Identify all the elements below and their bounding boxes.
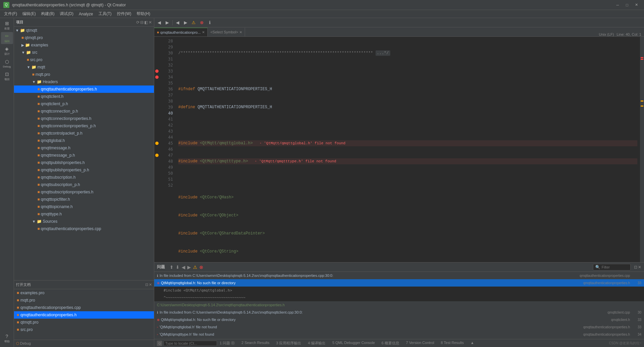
welcome-tool[interactable]: ⊞ 欢迎 — [1, 19, 13, 31]
tab-auth-h[interactable]: ■ qmqttauthenticationpro... ✕ — [154, 28, 208, 36]
menu-file[interactable]: 文件(F) — [1, 10, 20, 17]
tree-item-clientp-h[interactable]: ■ qmqttclient_p.h — [14, 100, 154, 108]
issue-row-2[interactable]: ⊗ QtMqtt/qmqttglobal.h: No such file or … — [154, 279, 644, 287]
issue-row-3[interactable]: ℹ In file included from C:\Users\wmm\Des… — [154, 309, 644, 316]
statusbar-tab-compile[interactable]: 4 编译输出 — [306, 341, 327, 346]
nav-back-button[interactable]: ◀ — [156, 19, 163, 26]
issue-row-1[interactable]: ℹ In file included from C:\Users\wmm\Des… — [154, 272, 644, 279]
right-scroll-indicator — [640, 37, 644, 262]
tree-item-msgp-h[interactable]: ■ qmqttmessage_p.h — [14, 152, 154, 159]
issues-filter-input[interactable] — [602, 265, 628, 269]
tab-close-icon[interactable]: ✕ — [202, 30, 205, 34]
doc-examples-pro[interactable]: ■ examples.pro — [14, 289, 154, 297]
toolbar-err-btn[interactable]: ⊗ — [198, 19, 205, 26]
tree-item-examples[interactable]: ▶ 📁 examples — [14, 41, 154, 49]
tree-item-msg-h[interactable]: ■ qmqttmessage.h — [14, 144, 154, 152]
tree-item-connprop-h[interactable]: ■ qmqttconnectionproperties.h — [14, 115, 154, 122]
toolbar-warn-btn[interactable]: ⚠ — [190, 19, 197, 26]
menu-tools[interactable]: 工具(T) — [96, 10, 114, 17]
doc-auth-cpp[interactable]: ■ qmqttauthenticationproperties.cpp — [14, 304, 154, 311]
statusbar-tab-summary[interactable]: 6 概要信息 — [380, 341, 401, 346]
menu-help[interactable]: 帮助(H) — [134, 10, 153, 17]
tree-item-mqtt[interactable]: ▼ 📁 mqtt — [14, 63, 154, 71]
issue-row-4[interactable]: ⊗ QtMqtt/qmqttglobal.h: No such file or … — [154, 316, 644, 323]
doc-auth-h[interactable]: ■ qmqttauthenticationproperties.h — [14, 311, 154, 319]
help-tool[interactable]: ? 帮助 — [1, 332, 13, 344]
issue-row-5[interactable]: ◦ 'QtMqtt/qmqttglobal.h' file not found … — [154, 323, 644, 331]
doc-qtmqtt-pro[interactable]: ■ qtmqtt.pro — [14, 319, 154, 326]
expand-icon[interactable]: ⊡ — [145, 283, 148, 287]
statusbar-tab-test[interactable]: 8 Test Results — [439, 341, 465, 346]
tree-item-subp-h[interactable]: ■ qmqttsubscription_p.h — [14, 181, 154, 188]
tree-item-conn-h[interactable]: ■ qmqttconnection_p.h — [14, 108, 154, 115]
menu-controls[interactable]: 控件(W) — [114, 10, 134, 17]
tree-item-topicname-h[interactable]: ■ qmqtttopicname.h — [14, 203, 154, 210]
tree-item-mqtt-pro[interactable]: ■ mqtt.pro — [14, 71, 154, 78]
menu-debug[interactable]: 调试(D) — [57, 10, 76, 17]
projects-tool[interactable]: ⊡ 项目 — [1, 70, 13, 82]
tree-item-label: qmqttpublishproperties_p.h — [41, 168, 89, 172]
tree-item-sub-h[interactable]: ■ qmqttsubscription.h — [14, 174, 154, 181]
tree-item-pubp-h[interactable]: ■ qmqttpublishproperties_p.h — [14, 166, 154, 174]
doc-src-pro[interactable]: ■ src.pro — [14, 326, 154, 333]
tree-item-src-pro[interactable]: ■ src.pro — [14, 56, 154, 63]
toolbar-left-btn[interactable]: ◀ — [174, 19, 181, 26]
toolbar-info-btn[interactable]: ℹ — [206, 19, 213, 26]
tree-item-topic-h[interactable]: ■ qmqtttopicfilter.h — [14, 196, 154, 203]
issue-row-path[interactable]: C:\Users\wmm\Desktop\qtmqtt-5.14.2\src\m… — [154, 301, 644, 309]
toolbar-right-btn[interactable]: ▶ — [182, 19, 189, 26]
minimize-button[interactable]: ─ — [613, 2, 622, 8]
menu-build[interactable]: 构建(B) — [38, 10, 57, 17]
doc-mqtt-pro[interactable]: ■ mqtt.pro — [14, 297, 154, 304]
tree-item-sources[interactable]: ▼ 📁 Sources — [14, 218, 154, 225]
tree-item-auth-h[interactable]: ■ qmqttauthenticationproperties.h — [14, 85, 154, 93]
close-button[interactable]: ✕ — [632, 2, 641, 8]
tree-item-ctrl-h[interactable]: ■ qmqttcontrolpacket_p.h — [14, 130, 154, 137]
tree-item-connpropp-h[interactable]: ■ qmqttconnectionproperties_p.h — [14, 122, 154, 130]
issues-nav-left[interactable]: ◀ — [182, 265, 185, 270]
maximize-button[interactable]: □ — [623, 2, 631, 8]
code-area[interactable]: /***************************************… — [176, 37, 640, 262]
tree-item-src[interactable]: ▼ 📁 src — [14, 49, 154, 56]
tree-item-qtmqtt-pro[interactable]: ■ qtmqtt.pro — [14, 34, 154, 41]
edit-tool[interactable]: ✏ 编辑 — [1, 32, 13, 44]
tree-item-type-h[interactable]: ■ qmqtttype.h — [14, 210, 154, 218]
sync-icon[interactable]: ⟳ — [136, 20, 140, 25]
locate-input[interactable] — [164, 341, 217, 346]
statusbar-expand-btn[interactable]: ▲ — [470, 341, 474, 346]
collapse-icon[interactable]: ◧ — [144, 20, 148, 25]
tab-symbol[interactable]: <Select Symbol> ✕ — [208, 28, 245, 36]
issues-nav-right[interactable]: ▶ — [187, 265, 191, 270]
nav-forward-button[interactable]: ▶ — [164, 19, 171, 26]
tab-close-icon[interactable]: ✕ — [239, 30, 242, 34]
statusbar-tab-qml[interactable]: 5 QML Debugger Console — [331, 341, 376, 346]
tree-item-subprop-h[interactable]: ■ qmqttsubscriptionproperties.h — [14, 188, 154, 196]
issues-nav-down[interactable]: ⬇ — [176, 265, 180, 270]
issues-nav-up[interactable]: ⬆ — [170, 265, 174, 270]
statusbar-tab-app[interactable]: 3 应用程序输出 — [275, 341, 302, 346]
issues-close-icon[interactable]: ✕ — [638, 265, 641, 270]
statusbar-tab-issues[interactable]: 1 问题 ⓔ — [218, 341, 236, 346]
tree-item-headers[interactable]: ▼ 📁 Headers — [14, 78, 154, 85]
issues-expand-icon[interactable]: ⊡ — [634, 265, 637, 270]
issues-err-icon[interactable]: ⊗ — [199, 265, 203, 270]
statusbar-tab-search[interactable]: 2 Search Results — [240, 341, 271, 346]
tree-item-pub-h[interactable]: ■ qmqttpublishproperties.h — [14, 159, 154, 166]
tree-item-qtmqtt[interactable]: ▼ 📁 qtmqtt — [14, 27, 154, 34]
debug-tool[interactable]: ⬡ Debug — [1, 57, 13, 69]
tree-item-client-h[interactable]: ■ qmqttclient.h — [14, 93, 154, 100]
close-panel-icon[interactable]: ✕ — [149, 20, 152, 25]
design-tool[interactable]: ◈ 设计 — [1, 45, 13, 57]
close-icon[interactable]: ✕ — [149, 283, 152, 287]
doc-label: examples.pro — [20, 291, 44, 295]
issues-warn-icon[interactable]: ⚠ — [193, 265, 197, 270]
filter-icon[interactable]: ⊟ — [140, 20, 144, 25]
statusbar-right: CSDN @老菜鸟的坑~ — [609, 341, 641, 346]
statusbar-tab-vc[interactable]: 7 Version Control — [405, 341, 435, 346]
issue-row-6[interactable]: ◦ 'QtMqtt/qmqtttype.h' file not found qm… — [154, 331, 644, 338]
tree-item-global-h[interactable]: ■ qmqttglobal.h — [14, 137, 154, 144]
menu-analyze[interactable]: Analyze — [76, 11, 96, 17]
code-line-28: /***************************************… — [178, 50, 637, 56]
menu-edit[interactable]: 编辑(E) — [20, 10, 38, 17]
tree-item-auth-cpp[interactable]: ■ qmqttauthenticationproperties.cpp — [14, 225, 154, 232]
